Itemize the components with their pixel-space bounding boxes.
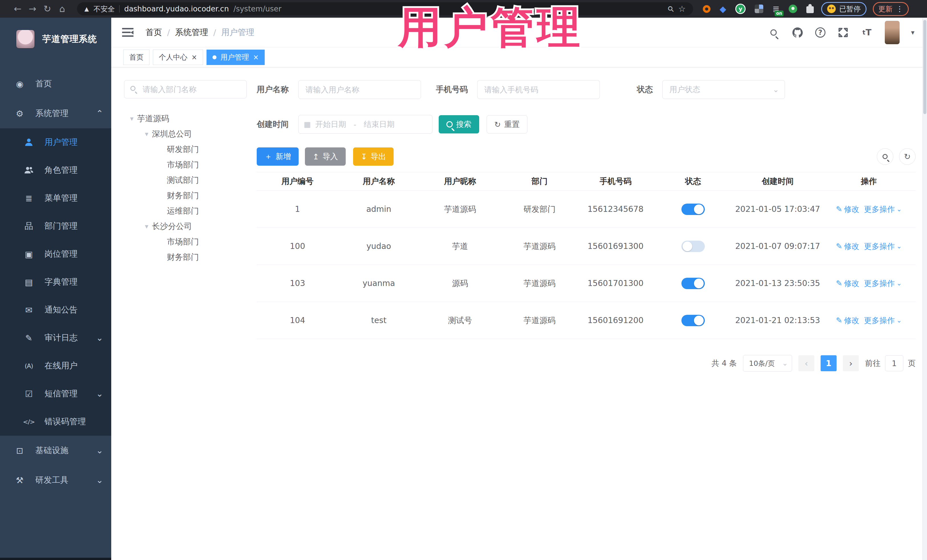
tree-node-测试部门[interactable]: 测试部门 [124,173,247,188]
app-logo [16,30,35,49]
extension-switch-icon[interactable]: ≣on [772,4,780,14]
extension-green-icon[interactable]: y [736,4,746,14]
import-button[interactable]: ↥ 导入 [305,147,346,165]
dept-search-input[interactable] [124,80,247,99]
tree-node-长沙分公司[interactable]: ▾长沙分公司 [124,219,247,234]
sidebar-item-字典管理[interactable]: ▤字典管理 [0,268,111,296]
edit-link[interactable]: ✎修改 [836,241,859,252]
sidebar-item-部门管理[interactable]: 品部门管理 [0,212,111,240]
sidebar-item-岗位管理[interactable]: ▣岗位管理 [0,240,111,268]
status-toggle[interactable] [681,315,705,326]
scrollbar-thumb[interactable] [923,20,926,114]
sidebar-item-通知公告[interactable]: ✉通知公告 [0,296,111,324]
reload-icon[interactable]: ↻ [40,3,55,14]
sidebar-item-首页[interactable]: ◉首页 [0,69,111,99]
more-actions-link[interactable]: 更多操作⌄ [864,204,902,214]
edit-link[interactable]: ✎修改 [836,204,859,214]
export-button[interactable]: ↧ 导出 [353,147,394,165]
tree-node-财务部门[interactable]: 财务部门 [124,188,247,203]
goto-page-input[interactable] [885,355,903,371]
browser-menu-icon[interactable]: ⋮ [896,5,903,13]
profile-paused-chip[interactable]: 已暂停 [821,2,866,16]
status-toggle[interactable] [681,241,705,252]
tree-node-label: 深圳总公司 [152,129,192,140]
extension-grid-icon[interactable] [755,5,763,13]
status-select[interactable]: 用户状态 ⌄ [662,80,785,99]
edit-link[interactable]: ✎修改 [836,278,859,288]
sidebar-item-菜单管理[interactable]: ≣菜单管理 [0,184,111,212]
mobile-input[interactable] [477,80,600,99]
sidebar-item-审计日志[interactable]: ✎审计日志⌄ [0,324,111,352]
more-actions-link[interactable]: 更多操作⌄ [864,316,902,326]
next-page-button[interactable]: › [843,355,859,371]
font-size-icon[interactable]: tT [861,26,873,39]
tab-用户管理[interactable]: 用户管理× [207,50,265,65]
sidebar-item-短信管理[interactable]: ☑短信管理⌄ [0,380,111,408]
sidebar-item-系统管理[interactable]: ⚙系统管理⌃ [0,99,111,128]
prev-page-button[interactable]: ‹ [798,355,815,371]
refresh-button[interactable]: ↻ [899,148,916,165]
breadcrumb-item-首页[interactable]: 首页 [146,27,162,38]
cell: 测试号 [419,315,501,326]
tree-node-市场部门[interactable]: 市场部门 [124,157,247,173]
username-input[interactable] [298,80,421,99]
status-toggle[interactable] [681,203,705,215]
fullscreen-icon[interactable] [837,26,849,39]
help-icon[interactable]: ? [815,27,825,38]
tab-首页[interactable]: 首页 [123,50,149,65]
extensions-puzzle-icon[interactable] [806,6,814,13]
sidebar-item-研发工具[interactable]: ⚒研发工具⌄ [0,465,111,495]
user-avatar[interactable] [885,21,900,44]
page-size-select[interactable]: 10条/页 ⌄ [743,355,792,372]
app-logo-row[interactable]: 芋道管理系统 [0,18,111,61]
url-bar[interactable]: ▲ 不安全 dashboard.yudao.iocoder.cn /system… [77,2,693,15]
search-button[interactable]: 搜索 [439,115,479,134]
add-button[interactable]: ＋ 新增 [257,147,299,165]
more-actions-link[interactable]: 更多操作⌄ [864,241,902,252]
edit-link[interactable]: ✎修改 [836,316,859,326]
sidebar-item-用户管理[interactable]: 用户管理 [0,128,111,156]
password-key-icon[interactable]: ⚲ [666,4,676,14]
more-actions-link[interactable]: 更多操作⌄ [864,278,902,288]
home-icon[interactable]: ⌂ [55,3,70,14]
tree-node-芋道源码[interactable]: ▾芋道源码 [124,111,247,126]
bookmark-star-icon[interactable]: ☆ [678,4,686,14]
update-chip[interactable]: 更新 ⋮ [873,2,909,16]
expand-arrow-icon[interactable]: ▾ [141,130,152,138]
tree-node-财务部门[interactable]: 财务部门 [124,249,247,265]
extension-leaf-icon[interactable] [789,5,797,13]
toggle-search-button[interactable] [877,148,894,165]
current-page-button[interactable]: 1 [821,355,837,371]
expand-arrow-icon[interactable]: ▾ [141,222,152,231]
tree-node-市场部门[interactable]: 市场部门 [124,234,247,249]
close-icon[interactable]: × [191,54,197,61]
sidebar-item-基础设施[interactable]: ⊡基础设施⌄ [0,436,111,465]
infrastructure-icon: ⊡ [12,446,27,456]
back-icon[interactable]: ← [10,3,25,14]
extension-gem-icon[interactable]: ◆ [720,4,726,14]
sidebar-item-角色管理[interactable]: 角色管理 [0,156,111,184]
tree-node-深圳总公司[interactable]: ▾深圳总公司 [124,126,247,142]
table-row: 103yuanma源码芋道源码156017013002021-01-13 23:… [257,265,916,302]
tree-node-运维部门[interactable]: 运维部门 [124,203,247,219]
extension-ring-icon[interactable] [703,5,711,13]
forward-icon[interactable]: → [25,3,40,14]
date-range-input[interactable]: ▦ 开始日期 - 结束日期 [298,115,432,134]
sidebar-item-label: 菜单管理 [44,193,78,204]
avatar-caret-icon[interactable]: ▾ [911,29,915,36]
search-icon[interactable] [767,26,780,39]
tree-node-研发部门[interactable]: 研发部门 [124,142,247,157]
pagination: 共 4 条 10条/页 ⌄ ‹ 1 › 前往 页 [257,355,916,372]
page-scrollbar[interactable] [922,18,927,560]
github-icon[interactable] [791,26,804,39]
sidebar-item-在线用户[interactable]: (A)在线用户 [0,352,111,380]
sidebar-toggle-icon[interactable] [122,28,134,37]
column-header-操作: 操作 [822,176,916,187]
expand-arrow-icon[interactable]: ▾ [126,115,137,123]
status-toggle[interactable] [681,278,705,289]
close-icon[interactable]: × [253,54,259,61]
sidebar-item-错误码管理[interactable]: </>错误码管理 [0,408,111,436]
breadcrumb-item-系统管理[interactable]: 系统管理 [175,27,208,38]
tab-个人中心[interactable]: 个人中心× [153,50,203,65]
reset-button[interactable]: ↻ 重置 [486,115,527,134]
